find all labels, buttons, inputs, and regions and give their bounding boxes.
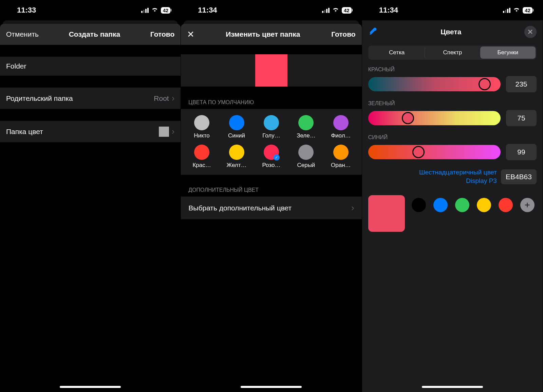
- choose-additional-color-row[interactable]: Выбрать дополнительный цвет ›: [181, 197, 361, 219]
- red-slider[interactable]: [368, 77, 501, 91]
- chevron-right-icon: ›: [172, 93, 175, 104]
- color-option[interactable]: Голу…: [258, 115, 285, 139]
- blue-value[interactable]: 99: [506, 144, 537, 160]
- status-bar: 11:33 42: [0, 0, 181, 20]
- cellular-icon: [141, 8, 149, 13]
- parent-folder-label: Родительский папка: [6, 94, 73, 102]
- chevron-right-icon: ›: [351, 203, 354, 213]
- choose-additional-color-label: Выбрать дополнительный цвет: [188, 204, 292, 212]
- status-time: 11:34: [379, 6, 398, 15]
- parent-folder-row[interactable]: Родительский папка Root›: [0, 88, 181, 109]
- folder-name-field[interactable]: Folder: [0, 57, 181, 76]
- close-button[interactable]: ✕: [524, 26, 537, 38]
- color-circle-icon: [194, 145, 209, 160]
- eyedropper-button[interactable]: [368, 26, 378, 37]
- status-bar: 11:34 42: [181, 0, 361, 20]
- home-indicator[interactable]: [241, 386, 302, 388]
- status-time: 11:33: [17, 6, 36, 15]
- saved-swatch[interactable]: [499, 198, 513, 212]
- color-option[interactable]: Фиол…: [327, 115, 354, 139]
- battery-icon: 42: [342, 7, 352, 14]
- color-preview-square: [159, 127, 169, 137]
- color-circle-icon: [333, 145, 349, 160]
- tab-sliders[interactable]: Бегунки: [480, 46, 536, 59]
- color-circle-icon: ✓: [264, 145, 279, 160]
- color-circle-icon: [298, 115, 314, 130]
- picker-title: Цвета: [441, 28, 461, 36]
- color-option[interactable]: Серый: [293, 145, 320, 169]
- blue-slider[interactable]: [368, 145, 501, 159]
- cellular-icon: [503, 8, 510, 13]
- green-slider[interactable]: [368, 111, 501, 125]
- done-button[interactable]: Готово: [150, 30, 174, 38]
- saved-swatch[interactable]: [412, 198, 426, 212]
- color-circle-icon: [264, 115, 279, 130]
- nav-title: Создать папка: [69, 30, 120, 38]
- color-option-label: Зеле…: [297, 132, 316, 139]
- hex-value-field[interactable]: EB4B63: [501, 169, 537, 184]
- color-option[interactable]: ✓Розо…: [258, 145, 285, 169]
- default-colors-header: ЦВЕТА ПО УМОЛЧАНИЮ: [181, 96, 361, 109]
- saved-swatches: +: [412, 195, 535, 212]
- status-time: 11:34: [198, 6, 217, 15]
- screen-color-picker: 11:34 42 Цвета ✕ Сетка Спектр Бегунки КР…: [362, 0, 543, 392]
- screen-create-folder: 11:33 42 Отменить Создать папка Готово F…: [0, 0, 181, 392]
- wifi-icon: [332, 5, 339, 15]
- battery-icon: 42: [161, 7, 171, 14]
- red-label: КРАСНЫЙ: [368, 67, 537, 73]
- color-option[interactable]: Оран…: [327, 145, 354, 169]
- close-button[interactable]: ✕: [187, 29, 194, 40]
- home-indicator[interactable]: [60, 386, 121, 388]
- hex-colorspace-link[interactable]: Шестнадцатеричный цвет Display P3: [419, 168, 497, 185]
- color-option[interactable]: Желт…: [223, 145, 250, 169]
- color-option[interactable]: Синий: [223, 115, 250, 139]
- color-circle-icon: [229, 145, 244, 160]
- color-circle-icon: [298, 145, 314, 160]
- picker-nav: Цвета ✕: [362, 20, 543, 43]
- color-preview: [255, 54, 287, 87]
- picker-tabs: Сетка Спектр Бегунки: [368, 45, 537, 60]
- folder-color-row[interactable]: Папка цвет ›: [0, 121, 181, 142]
- saved-swatch[interactable]: [455, 198, 469, 212]
- color-option[interactable]: Никто: [188, 115, 216, 139]
- wifi-icon: [151, 5, 158, 15]
- nav-bar: ✕ Изменить цвет папка Готово: [181, 24, 361, 45]
- nav-bar: Отменить Создать папка Готово: [0, 24, 181, 45]
- color-option[interactable]: Зеле…: [293, 115, 320, 139]
- green-value[interactable]: 75: [506, 110, 537, 126]
- folder-name-value: Folder: [6, 62, 26, 70]
- red-value[interactable]: 235: [506, 76, 537, 92]
- sheet-background: [3, 20, 178, 24]
- sheet-background: [184, 20, 359, 24]
- default-colors-grid: НиктоСинийГолу…Зеле…Фиол…Крас…Желт…✓Розо…: [181, 109, 361, 175]
- checkmark-icon: ✓: [274, 154, 280, 161]
- battery-icon: 42: [523, 7, 532, 14]
- nav-title: Изменить цвет папка: [226, 30, 300, 38]
- tab-spectrum[interactable]: Спектр: [425, 46, 480, 59]
- blue-label: СИНИЙ: [368, 134, 537, 141]
- green-label: ЗЕЛЕНЫЙ: [368, 100, 537, 107]
- done-button[interactable]: Готово: [331, 30, 355, 38]
- color-option-label: Крас…: [192, 162, 211, 169]
- color-option-label: Желт…: [226, 162, 246, 169]
- home-indicator[interactable]: [422, 386, 483, 388]
- additional-color-header: ДОПОЛНИТЕЛЬНЫЙ ЦВЕТ: [181, 184, 361, 197]
- saved-swatch[interactable]: [477, 198, 491, 212]
- folder-color-label: Папка цвет: [6, 128, 43, 136]
- cancel-button[interactable]: Отменить: [6, 30, 39, 38]
- tab-grid[interactable]: Сетка: [369, 46, 425, 59]
- color-circle-icon: [333, 115, 349, 130]
- cellular-icon: [322, 8, 330, 13]
- color-option-label: Фиол…: [331, 132, 351, 139]
- color-option-label: Синий: [228, 132, 245, 139]
- saved-swatch[interactable]: [433, 198, 448, 212]
- status-icons: 42: [503, 5, 532, 15]
- parent-folder-value: Root: [154, 94, 169, 102]
- add-swatch-button[interactable]: +: [520, 198, 535, 212]
- svg-point-0: [374, 28, 376, 31]
- current-color-swatch: [368, 195, 405, 232]
- wifi-icon: [513, 5, 520, 15]
- color-option[interactable]: Крас…: [188, 145, 216, 169]
- chevron-right-icon: ›: [172, 126, 175, 137]
- status-icons: 42: [322, 5, 352, 15]
